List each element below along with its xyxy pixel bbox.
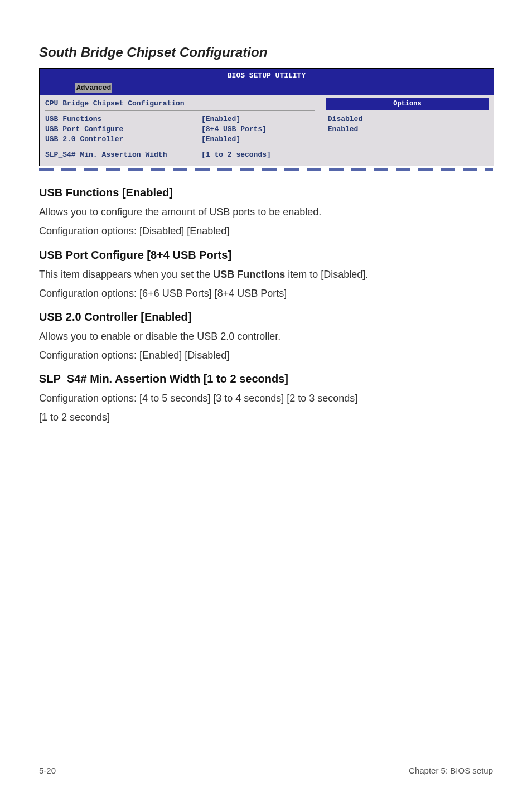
usb-port-configure-heading: USB Port Configure [8+4 USB Ports] [39,249,493,262]
options-header: Options [326,98,489,110]
body-text: Allows you to enable or disable the USB … [39,329,493,344]
bios-label: USB 2.0 Controller [45,134,201,144]
bios-tab-row: Advanced [40,83,494,95]
bios-row-usb-port-configure[interactable]: USB Port Configure [8+4 USB Ports] [45,124,315,134]
page-number: 5-20 [39,766,56,775]
bios-label: USB Port Configure [45,124,201,134]
usb-2-controller-heading: USB 2.0 Controller [Enabled] [39,311,493,323]
body-text: This item disappears when you set the US… [39,267,493,282]
south-bridge-heading: South Bridge Chipset Configuration [39,45,493,60]
slp-s4-heading: SLP_S4# Min. Assertion Width [1 to 2 sec… [39,373,493,385]
bios-window: BIOS SETUP UTILITY Advanced CPU Bridge C… [39,68,494,166]
usb-functions-heading: USB Functions [Enabled] [39,186,493,199]
dashed-rule [39,168,493,171]
body-text: Configuration options: [4 to 5 seconds] … [39,391,493,405]
bios-value: [Enabled] [201,134,240,144]
bios-panel-title: CPU Bridge Chipset Configuration [45,96,315,110]
tab-advanced[interactable]: Advanced [75,83,112,93]
bios-row-slp-s4[interactable]: SLP_S4# Min. Assertion Width [1 to 2 sec… [45,150,315,160]
bios-row-usb-2-controller[interactable]: USB 2.0 Controller [Enabled] [45,134,315,144]
option-disabled[interactable]: Disabled [326,114,489,124]
bios-row-usb-functions[interactable]: USB Functions [Enabled] [45,114,315,124]
body-text: [1 to 2 seconds] [39,410,493,424]
body-text: Configuration options: [Enabled] [Disabl… [39,348,493,363]
body-text: Allows you to configure the amount of US… [39,205,493,219]
bios-label: USB Functions [45,114,201,124]
bios-value: [Enabled] [201,114,240,124]
bios-title: BIOS SETUP UTILITY [40,69,494,83]
bios-value: [1 to 2 seconds] [201,150,271,160]
option-enabled[interactable]: Enabled [326,124,489,134]
bios-label: SLP_S4# Min. Assertion Width [45,150,201,160]
bios-value: [8+4 USB Ports] [201,124,267,134]
body-text: Configuration options: [Disabled] [Enabl… [39,224,493,238]
chapter-label: Chapter 5: BIOS setup [409,766,493,775]
body-text: Configuration options: [6+6 USB Ports] [… [39,286,493,301]
